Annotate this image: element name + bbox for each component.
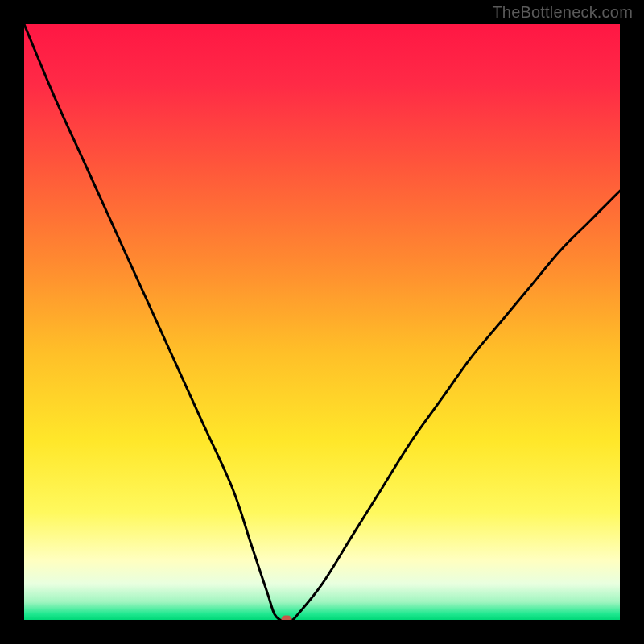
plot-area [24, 24, 620, 620]
optimal-point-marker [281, 616, 291, 621]
watermark-label: TheBottleneck.com [492, 3, 633, 22]
bottleneck-curve [24, 24, 620, 620]
chart-frame: TheBottleneck.com [0, 0, 644, 644]
